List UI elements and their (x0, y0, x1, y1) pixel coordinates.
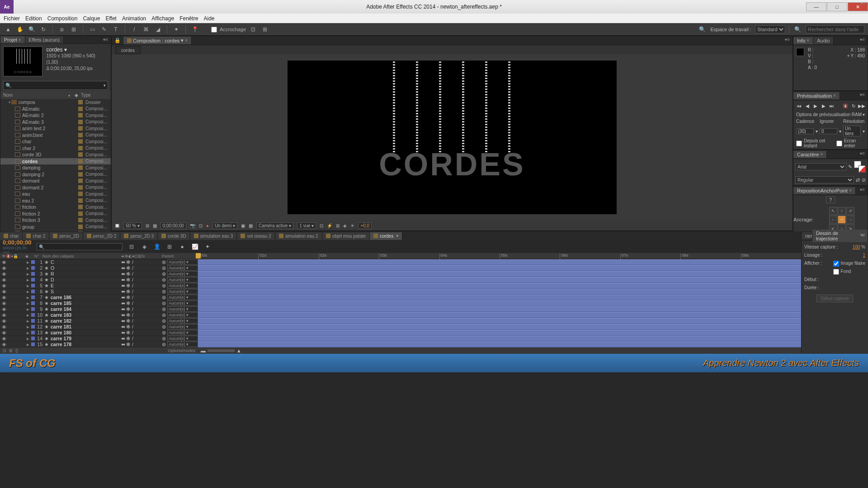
layer-bar[interactable] (198, 259, 801, 265)
preview-tab[interactable]: Prévisualisation× (793, 92, 840, 99)
project-item[interactable]: eau 2Composi... (0, 197, 111, 204)
layer-bar[interactable] (198, 318, 801, 324)
fullscreen-checkbox[interactable] (836, 141, 842, 146)
layer-row[interactable]: 👁▸3★R⬌✻/⊚Aucun(e) ▾ (0, 271, 198, 277)
background-checkbox[interactable] (833, 269, 839, 275)
layer-row[interactable]: 👁▸12★carre 181⬌✻/⊚Aucun(e) ▾ (0, 324, 198, 330)
effects-tab[interactable]: Effets (aucun) (25, 36, 64, 43)
smoothing-value[interactable]: 1 (863, 251, 865, 259)
layer-bar[interactable] (198, 306, 801, 312)
layer-row[interactable]: 👁▸10★carre 183⬌✻/⊚Aucun(e) ▾ (0, 312, 198, 318)
exposure-value[interactable]: +0,0 (358, 222, 372, 229)
project-item[interactable]: frictionComposi... (0, 204, 111, 211)
menu-effet[interactable]: Effet (105, 15, 116, 22)
project-item[interactable]: corde 3DComposi... (0, 151, 111, 158)
panel-menu-icon[interactable]: ▾≡ (858, 92, 867, 97)
magnify-icon[interactable]: 🔲 (114, 223, 120, 228)
layer-bar[interactable] (198, 330, 801, 336)
eraser-tool-icon[interactable]: ◢ (153, 25, 162, 34)
no-color-icon[interactable]: ⊘ (862, 177, 866, 183)
project-item[interactable]: dormant 2Composi... (0, 184, 111, 191)
draft-3d-icon[interactable]: ◈ (140, 242, 149, 251)
layer-row[interactable]: 👁▸14★carre 179⬌✻/⊚Aucun(e) ▾ (0, 336, 198, 342)
layer-row[interactable]: 👁▸8★carre 185⬌✻/⊚Aucun(e) ▾ (0, 300, 198, 306)
chevron-down-icon[interactable]: ▾ (863, 112, 865, 117)
col-type-header[interactable]: Type (81, 93, 108, 98)
layer-row[interactable]: 👁▸6★S⬌✻/⊚Aucun(e) ▾ (0, 289, 198, 295)
shape-tool-icon[interactable]: ▭ (88, 25, 97, 34)
last-frame-icon[interactable]: ⏭ (828, 102, 835, 109)
prev-frame-icon[interactable]: ◀ (804, 102, 811, 109)
menu-edition[interactable]: Edition (25, 15, 42, 22)
menu-aide[interactable]: Aide (203, 15, 214, 22)
project-item[interactable]: ▾composDossier (0, 99, 111, 106)
timeline-tab[interactable]: corde 3D (158, 232, 190, 240)
timeline-tab[interactable]: perso_2D 3 (120, 232, 158, 240)
eyedropper-icon[interactable]: ✎ (848, 164, 852, 170)
panel-menu-icon[interactable]: ▾≡ (101, 37, 110, 42)
project-item[interactable]: groupComposi... (0, 224, 111, 230)
frame-blend-icon[interactable]: ⊞ (165, 242, 174, 251)
first-frame-icon[interactable]: ⏮ (796, 102, 803, 109)
grid-icon[interactable]: ⊞ (146, 223, 149, 228)
font-style-select[interactable]: Regular (795, 176, 854, 183)
toggle-switches-icon[interactable]: ⊡ (3, 348, 6, 353)
fast-preview-icon[interactable]: ⚡ (327, 223, 332, 228)
layer-row[interactable]: 👁▸4★D⬌✻/⊚Aucun(e) ▾ (0, 277, 198, 283)
layer-bar[interactable] (198, 336, 801, 342)
snap-icon-2[interactable]: ⊞ (260, 25, 269, 34)
snap-checkbox[interactable] (211, 27, 217, 33)
layer-row[interactable]: 👁▸7★carre 186⬌✻/⊚Aucun(e) ▾ (0, 295, 198, 300)
pan-behind-tool-icon[interactable]: ⊞ (69, 25, 78, 34)
ner-tab[interactable]: ner (802, 232, 812, 239)
panel-menu-icon[interactable]: ▾≡ (859, 232, 867, 237)
layer-bar[interactable] (198, 265, 801, 271)
project-item[interactable]: damping 2Composi... (0, 171, 111, 178)
maximize-button[interactable]: □ (827, 2, 847, 11)
color-col-icon[interactable]: ◆ (75, 93, 81, 98)
close-icon[interactable]: × (19, 38, 21, 42)
camera-select[interactable]: Caméra active ▾ (256, 222, 293, 229)
capture-speed-value[interactable]: 100 (853, 244, 860, 249)
workspace-select[interactable]: Standard (755, 25, 785, 33)
swap-colors-icon[interactable]: ⇄ (856, 177, 860, 183)
layer-row[interactable]: 👁▸11★carre 182⬌✻/⊚Aucun(e) ▾ (0, 318, 198, 324)
timeline-tab[interactable]: perso_2D (49, 232, 83, 240)
font-select[interactable]: Arial (795, 163, 846, 170)
zoom-in-icon[interactable]: ▲ (236, 348, 241, 353)
graph-editor-icon[interactable]: 📈 (190, 242, 199, 251)
menu-fichier[interactable]: Fichier (4, 15, 20, 22)
time-display[interactable]: 0;00;00;00 (160, 222, 186, 229)
lock-icon[interactable]: 🔒 (112, 38, 123, 43)
layer-row[interactable]: 👁▸2★O⬌✻/⊚Aucun(e) ▾ (0, 265, 198, 271)
timeline-tab[interactable]: vol oiseau 2 (237, 232, 275, 240)
layer-bar[interactable] (198, 295, 801, 300)
channels-icon[interactable]: ⊡ (199, 223, 203, 228)
toggle-shy-icon[interactable]: {} (15, 348, 18, 353)
layer-bar[interactable] (198, 271, 801, 277)
snapshot-icon[interactable]: 📷 (190, 223, 195, 228)
project-search-input[interactable]: 🔍▾ (3, 81, 108, 90)
audio-tab[interactable]: Audio (813, 37, 834, 44)
pen-tool-icon[interactable]: ✎ (99, 25, 108, 34)
text-tool-icon[interactable]: T (111, 25, 120, 34)
timeline-icon[interactable]: ⊞ (336, 223, 340, 228)
timeline-tab[interactable]: simulation eau 2 (275, 232, 322, 240)
comp-viewer-tab[interactable]: Composition : cordes▾× (123, 37, 192, 44)
panel-menu-icon[interactable]: ▾≡ (859, 1, 867, 6)
timeline-tab[interactable]: objet mou patate (322, 232, 370, 240)
layer-row[interactable]: 👁▸9★carre 184⬌✻/⊚Aucun(e) ▾ (0, 306, 198, 312)
project-item[interactable]: anim1textComposi... (0, 132, 111, 139)
wireframe-checkbox[interactable] (833, 261, 839, 267)
clone-tool-icon[interactable]: ⌘ (142, 25, 151, 34)
layer-bar[interactable] (198, 312, 801, 318)
layer-bar[interactable] (198, 342, 801, 347)
loop-icon[interactable]: ↻ (850, 102, 857, 109)
search-ws-icon[interactable]: 🔍 (698, 25, 707, 34)
skip-select[interactable]: 0 (820, 128, 837, 134)
anchor-point-tab[interactable]: RepositionAnchorPoint× (793, 187, 856, 194)
panel-menu-icon[interactable]: ▾≡ (858, 187, 867, 192)
camera-tool-icon[interactable]: ⧈ (57, 25, 66, 34)
menu-composition[interactable]: Composition (47, 15, 78, 22)
project-item[interactable]: AEmatic 3Composi... (0, 119, 111, 126)
